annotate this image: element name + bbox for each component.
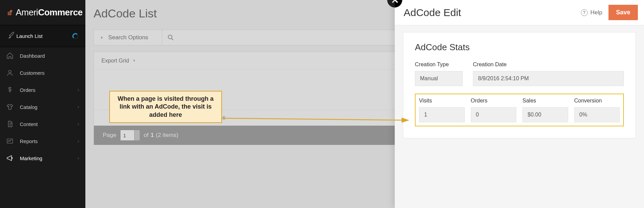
panel-body: AdCode Stats Creation Type Manual Creati… (395, 25, 644, 208)
creation-type-label: Creation Type (415, 61, 463, 68)
chevron-right-icon: › (78, 155, 79, 161)
sidebar-item-marketing[interactable]: Marketing › (0, 150, 85, 167)
chevron-right-icon: › (78, 138, 79, 144)
stats-highlight: Visits 1 Orders 0 Sales $0.00 Conversion… (415, 94, 624, 126)
sales-value: $0.00 (522, 107, 568, 122)
export-grid-label: Export Grid (101, 58, 129, 64)
rocket-icon (7, 31, 16, 41)
sidebar-item-content[interactable]: Content › (0, 115, 85, 133)
sidebar-launch-list[interactable]: Launch List (0, 25, 85, 47)
sidebar-item-label: Dashboard (20, 53, 79, 59)
pager-page-label: Page (103, 132, 116, 139)
help-label: Help (590, 9, 602, 16)
sidebar-item-label: Marketing (20, 155, 78, 161)
home-icon (6, 52, 20, 59)
sidebar-item-orders[interactable]: Orders › (0, 81, 85, 98)
sidebar-item-label: Reports (20, 138, 78, 144)
help-link[interactable]: ? Help (581, 9, 602, 16)
dollar-icon (6, 86, 20, 94)
sidebar-item-label: Catalog (20, 104, 78, 110)
close-icon: ✕ (391, 0, 399, 6)
pager-total-pages: 1 (151, 132, 154, 139)
sidebar-item-reports[interactable]: Reports › (0, 133, 85, 150)
help-icon: ? (581, 9, 588, 16)
visits-value: 1 (419, 107, 465, 122)
visits-label: Visits (419, 98, 465, 104)
conversion-value: 0% (574, 107, 620, 122)
edit-panel: ✕ AdCode Edit ? Help Save AdCode Stats C… (395, 0, 644, 208)
brand-icon (6, 9, 14, 16)
page-number-input[interactable]: 1 (121, 130, 140, 140)
svg-point-0 (10, 10, 12, 12)
panel-title: AdCode Edit (404, 7, 581, 18)
search-button[interactable] (162, 30, 179, 45)
sidebar-item-catalog[interactable]: Catalog › (0, 98, 85, 115)
chart-icon (6, 137, 20, 145)
brand-logo[interactable]: AmeriCommerce (0, 0, 85, 25)
chevron-right-icon: › (78, 121, 79, 127)
sidebar-item-label: Content (20, 121, 78, 127)
page-number-value: 1 (123, 133, 126, 138)
pager-of-label: of (144, 132, 149, 139)
creation-type-value: Manual (415, 71, 463, 86)
spinner-handle-icon[interactable] (134, 130, 140, 140)
orders-value: 0 (471, 107, 517, 122)
conversion-label: Conversion (574, 98, 620, 104)
creation-date-value: 8/9/2016 2:54:10 PM (473, 71, 624, 86)
orders-label: Orders (471, 98, 517, 104)
save-button[interactable]: Save (608, 5, 638, 20)
sidebar-item-label: Orders (20, 87, 78, 93)
sidebar-item-dashboard[interactable]: Dashboard (0, 47, 85, 64)
sidebar-item-label: Customers (20, 70, 79, 76)
chevron-right-icon: › (78, 87, 79, 93)
sidebar-item-customers[interactable]: Customers (0, 64, 85, 81)
search-options-dropdown[interactable]: ▼ Search Options (94, 30, 162, 45)
sales-label: Sales (522, 98, 568, 104)
document-icon (6, 120, 20, 128)
panel-header: AdCode Edit ? Help Save (395, 0, 644, 25)
svg-point-1 (9, 70, 11, 73)
creation-date-label: Creation Date (473, 61, 624, 68)
loading-spinner-icon (72, 33, 79, 39)
megaphone-icon (6, 154, 20, 162)
svg-point-3 (168, 35, 172, 39)
annotation-callout: When a page is visited through a link wi… (109, 91, 222, 123)
user-icon (6, 69, 20, 77)
sidebar: AmeriCommerce Launch List Dashboard Cust… (0, 0, 85, 208)
brand-text: AmeriCommerce (16, 7, 83, 18)
stats-card: AdCode Stats Creation Type Manual Creati… (403, 32, 636, 138)
pager-items-text: (2 items) (156, 132, 178, 139)
chevron-right-icon: › (78, 104, 79, 110)
shirt-icon (6, 103, 20, 111)
launch-list-label: Launch List (16, 33, 72, 39)
triangle-down-icon: ▼ (132, 59, 136, 63)
triangle-down-icon: ▼ (100, 36, 103, 40)
search-options-label: Search Options (108, 34, 148, 41)
stats-heading: AdCode Stats (415, 42, 624, 53)
